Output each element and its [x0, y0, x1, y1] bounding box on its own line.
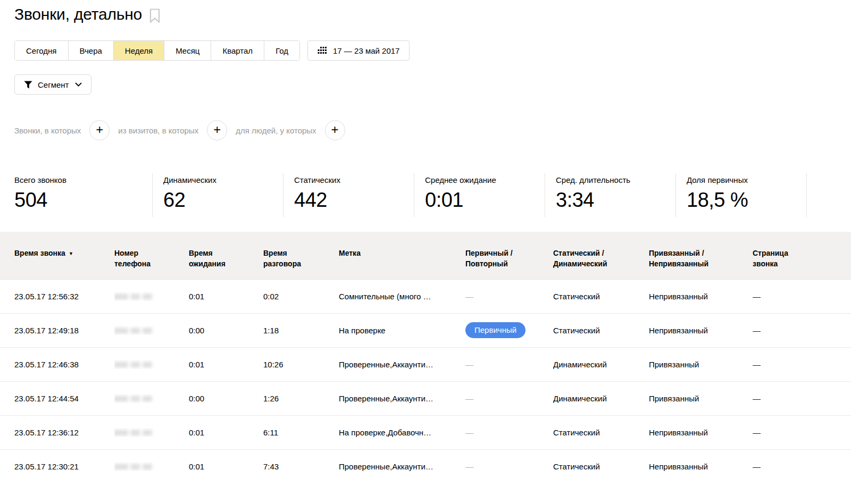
tab-week[interactable]: Неделя — [114, 41, 164, 60]
page-title: Звонки, детально — [14, 5, 142, 23]
chevron-down-icon — [75, 82, 82, 87]
calendar-icon — [318, 47, 327, 55]
call-time: 23.05.17 12:56:32 — [14, 292, 114, 301]
period-controls: Сегодня Вчера Неделя Месяц Квартал Год 1… — [14, 40, 851, 61]
static-dynamic: Статический — [553, 462, 649, 471]
segment-label: Сегмент — [38, 80, 69, 89]
tab-month[interactable]: Месяц — [164, 41, 211, 60]
bound-unbound: Привязанный — [649, 360, 753, 369]
segment-button[interactable]: Сегмент — [14, 74, 91, 95]
phone-redacted: 000 00 00 — [114, 360, 152, 369]
page-header: Звонки, детально — [0, 0, 851, 23]
wait-time: 0:01 — [189, 462, 263, 471]
metric-value: 62 — [163, 189, 283, 212]
metric-label: Сред. длительность — [556, 175, 675, 184]
talk-time: 10:26 — [263, 360, 339, 369]
metric-dynamic: Динамических 62 — [153, 173, 283, 217]
talk-time: 7:43 — [263, 462, 339, 471]
wait-time: 0:01 — [189, 428, 263, 437]
phone-redacted: 000 00 00 — [114, 463, 152, 471]
col-header-wait-time[interactable]: Время ожидания — [189, 248, 263, 270]
phone-redacted: 000 00 00 — [114, 394, 152, 403]
call-label: Проверенные,Аккаунти… — [339, 394, 465, 403]
wait-time: 0:00 — [189, 326, 263, 335]
call-label: Сомнительные (много … — [339, 292, 465, 301]
col-header-primary-repeat[interactable]: Первичный / Повторный — [465, 248, 553, 270]
call-page: — — [753, 462, 851, 471]
call-label: На проверке,Добавочн… — [339, 428, 465, 437]
wait-time: 0:01 — [189, 292, 263, 301]
metric-label: Доля первичных — [687, 175, 806, 184]
talk-time: 0:02 — [263, 292, 339, 301]
call-label: На проверке — [339, 326, 465, 335]
metric-value: 0:01 — [425, 189, 545, 212]
col-header-call-time[interactable]: Время звонка▼ — [14, 248, 114, 270]
metric-value: 504 — [14, 189, 152, 212]
table-row[interactable]: 23.05.17 12:46:38 000 00 00 0:01 10:26 П… — [0, 348, 851, 382]
primary-repeat: — — [465, 292, 553, 301]
metric-value: 442 — [294, 189, 414, 212]
plus-icon: + — [96, 123, 103, 136]
col-header-call-page[interactable]: Страница звонка — [753, 248, 851, 270]
call-label: Проверенные,Аккаунти… — [339, 360, 465, 369]
bound-unbound: Непривязанный — [649, 292, 753, 301]
call-time: 23.05.17 12:30:21 — [14, 462, 114, 471]
talk-time: 1:26 — [263, 394, 339, 403]
col-header-label[interactable]: Метка — [339, 248, 465, 270]
call-label: Проверенные,Аккаунти… — [339, 462, 465, 471]
primary-repeat: Первичный — [465, 322, 553, 338]
metric-static: Статических 442 — [283, 173, 414, 217]
phone-redacted: 000 00 00 — [114, 326, 152, 335]
call-time: 23.05.17 12:44:54 — [14, 394, 114, 403]
table-row[interactable]: 23.05.17 12:49:18 000 00 00 0:00 1:18 На… — [0, 314, 851, 348]
add-visit-filter-button[interactable]: + — [207, 120, 227, 140]
metrics-summary: Всего звонков 504 Динамических 62 Статич… — [14, 173, 851, 217]
table-row[interactable]: 23.05.17 12:30:21 000 00 00 0:01 7:43 Пр… — [0, 450, 851, 484]
col-header-talk-time[interactable]: Время разговора — [263, 248, 339, 270]
filter-builder: Звонки, в которых + из визитов, в которы… — [14, 120, 851, 140]
add-people-filter-button[interactable]: + — [325, 120, 345, 140]
static-dynamic: Динамический — [553, 394, 649, 403]
metric-label: Всего звонков — [14, 175, 152, 184]
metric-avg-wait: Среднее ожидание 0:01 — [414, 173, 545, 217]
phone-number: 000 00 00 — [114, 394, 189, 403]
filter-label-people: для людей, у которых — [236, 126, 316, 135]
wait-time: 0:00 — [189, 394, 263, 403]
funnel-icon — [24, 81, 32, 89]
phone-redacted: 000 00 00 — [114, 429, 152, 437]
call-time: 23.05.17 12:49:18 — [14, 326, 114, 335]
col-header-phone[interactable]: Номер телефона — [114, 248, 189, 270]
phone-number: 000 00 00 — [114, 292, 189, 301]
col-header-bound-unbound[interactable]: Привязанный / Непривязанный — [649, 248, 753, 270]
metric-avg-duration: Сред. длительность 3:34 — [545, 173, 676, 217]
bound-unbound: Непривязанный — [649, 462, 753, 471]
add-call-filter-button[interactable]: + — [89, 120, 110, 140]
call-page: — — [753, 360, 851, 369]
metric-value: 3:34 — [556, 189, 675, 212]
tab-year[interactable]: Год — [264, 41, 299, 60]
primary-repeat: — — [465, 360, 553, 369]
metric-total-calls: Всего звонков 504 — [14, 173, 153, 217]
table-row[interactable]: 23.05.17 12:44:54 000 00 00 0:00 1:26 Пр… — [0, 382, 851, 416]
phone-number: 000 00 00 — [114, 326, 189, 335]
calls-table: Время звонка▼ Номер телефона Время ожида… — [0, 232, 851, 484]
period-tab-group: Сегодня Вчера Неделя Месяц Квартал Год — [14, 40, 300, 61]
metric-label: Статических — [294, 175, 414, 184]
talk-time: 1:18 — [263, 326, 339, 335]
metric-label: Среднее ожидание — [425, 175, 545, 184]
primary-repeat: — — [465, 462, 553, 471]
table-row[interactable]: 23.05.17 12:36:12 000 00 00 0:01 6:11 На… — [0, 416, 851, 450]
table-row[interactable]: 23.05.17 12:56:32 000 00 00 0:01 0:02 Со… — [0, 280, 851, 314]
primary-repeat: — — [465, 428, 553, 437]
call-page: — — [753, 326, 851, 335]
filter-label-visits: из визитов, в которых — [118, 126, 198, 135]
primary-repeat: — — [465, 394, 553, 403]
tab-yesterday[interactable]: Вчера — [69, 41, 114, 60]
date-range-button[interactable]: 17 — 23 май 2017 — [307, 40, 410, 61]
bookmark-icon[interactable] — [149, 9, 160, 23]
call-page: — — [753, 428, 851, 437]
tab-quarter[interactable]: Квартал — [211, 41, 264, 60]
col-header-static-dynamic[interactable]: Статический / Динамический — [553, 248, 649, 270]
phone-redacted: 000 00 00 — [114, 292, 152, 301]
tab-today[interactable]: Сегодня — [15, 41, 69, 60]
